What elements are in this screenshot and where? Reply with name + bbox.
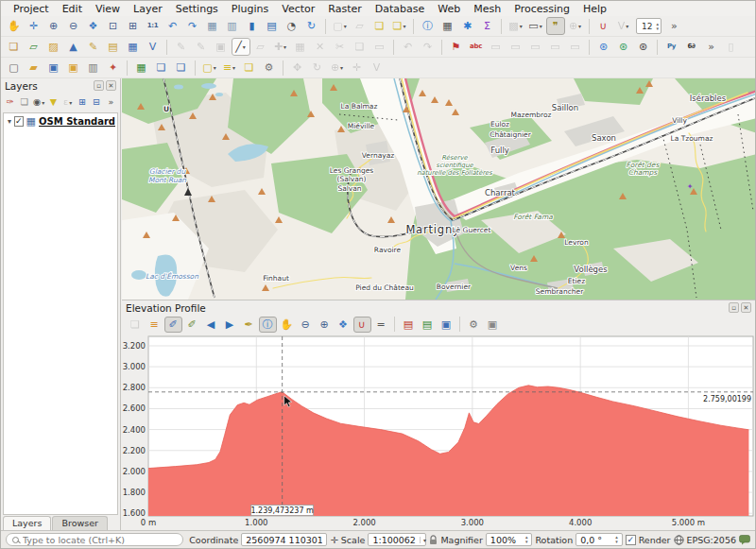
select-by-value-button[interactable]: ≡▾	[220, 59, 239, 77]
save-edits-button[interactable]: ▣	[212, 38, 231, 56]
options-wrench-button[interactable]: ⚙	[260, 59, 279, 77]
new-map-view-button[interactable]: ▦	[203, 17, 222, 35]
menu-edit[interactable]: Edit	[56, 3, 89, 15]
crs-globe-icon[interactable]	[674, 535, 684, 545]
menu-help[interactable]: Help	[576, 3, 613, 15]
coordinate-field[interactable]	[241, 533, 327, 546]
menu-view[interactable]: View	[89, 3, 127, 15]
open-attribute-table-button[interactable]: ▦	[438, 17, 457, 35]
show-statistics-button[interactable]: Σ	[478, 17, 497, 35]
zoom-last-button[interactable]: ↶	[163, 17, 182, 35]
undo-button[interactable]: ↶	[399, 38, 418, 56]
export-as-image-button[interactable]: ▤	[419, 317, 437, 333]
messages-icon[interactable]	[739, 535, 750, 545]
measure-profile-button[interactable]: =	[372, 317, 390, 333]
layer-visibility-checkbox[interactable]: ✓	[14, 116, 24, 127]
filter-by-expression-button[interactable]: ε▾	[61, 94, 75, 110]
dock-tab-layers[interactable]: Layers	[3, 516, 51, 530]
open-project-button[interactable]: ▰	[25, 59, 43, 77]
select-features-rect-button[interactable]: ▢▾	[200, 59, 219, 77]
current-edits-button[interactable]: ✎	[172, 38, 191, 56]
identify-profile-features-button[interactable]: ⓘ	[259, 317, 277, 333]
show-unplaced-labels-button[interactable]: abc	[467, 38, 486, 56]
render-checkbox[interactable]: ✓	[626, 535, 636, 545]
capture-curve-from-feature-button[interactable]: ✐	[183, 317, 201, 333]
clear-profile-button[interactable]: ✒	[240, 317, 258, 333]
move-feature-button[interactable]: ✥	[288, 59, 307, 77]
rotate-feature-button[interactable]: ↻	[308, 59, 327, 77]
vertex-tool-current-layer-button[interactable]: ✚▾	[271, 38, 290, 56]
menu-web[interactable]: Web	[431, 3, 467, 15]
python-console-button[interactable]: Py	[662, 38, 681, 56]
zoom-out-profile-button[interactable]: ⊖	[297, 317, 315, 333]
cut-features-button[interactable]: ✂	[331, 38, 350, 56]
manage-map-themes-button[interactable]: ◉▾	[32, 94, 45, 110]
menu-database[interactable]: Database	[369, 3, 432, 15]
zoom-native-button[interactable]: 1:1	[144, 17, 163, 35]
export-as-pdf-button[interactable]: ▤	[400, 317, 418, 333]
style-manager-button[interactable]: ✦	[104, 59, 123, 77]
add-vector-layer-button[interactable]: ▱	[25, 38, 43, 56]
dock-tab-browser[interactable]: Browser	[52, 516, 108, 530]
delete-selected-button[interactable]: ✕	[311, 38, 330, 56]
osm-place-search-button[interactable]: 6∂	[682, 38, 701, 56]
select-features-grey-button[interactable]: ▢▾	[331, 17, 350, 35]
pan-to-selection-button[interactable]: ✛	[25, 17, 43, 35]
menu-processing[interactable]: Processing	[507, 3, 576, 15]
new-print-layout-button[interactable]: ▦	[132, 59, 151, 77]
toolbar-extension-2-button[interactable]: »	[702, 38, 721, 56]
open-layer-styling-button[interactable]: ✑	[4, 94, 17, 110]
temporal-controller-button[interactable]: ◔	[283, 17, 301, 35]
save-project-button[interactable]: ▣	[44, 59, 63, 77]
vertex-tool-button[interactable]: V▾	[614, 17, 633, 35]
add-wms-service-button[interactable]: ⊛	[614, 38, 633, 56]
add-raster-layer-button[interactable]: ▨	[44, 38, 63, 56]
menu-project[interactable]: Project	[7, 3, 56, 15]
expand-all-button[interactable]: ⊞	[76, 94, 89, 110]
web-browser-globe-button[interactable]: ⊛	[634, 38, 653, 56]
change-label-properties-button[interactable]: ▭	[566, 38, 585, 56]
zoom-in-button[interactable]: ⊕	[44, 17, 63, 35]
add-wms-layer-button[interactable]: ▦	[124, 38, 143, 56]
elevation-chart-area[interactable]: 1.6001.8002.0002.2002.4002.6002.8003.000…	[122, 333, 755, 530]
spin-arrows-icon[interactable]: ▴▾	[525, 535, 528, 544]
elevation-panel-close-button[interactable]: ✕	[741, 302, 751, 313]
zoom-full-profile-button[interactable]: ❖	[335, 317, 352, 333]
layer-name[interactable]: OSM Standard	[39, 116, 115, 127]
scale-combo[interactable]: 1:100062 ▾	[368, 533, 426, 546]
vertex-helper-button[interactable]: V	[368, 59, 387, 77]
show-hide-labels-button[interactable]: ▭	[507, 38, 525, 56]
new-project-button[interactable]: ▢	[5, 59, 24, 77]
zoom-to-feature-button[interactable]: ⊕▾	[328, 59, 347, 77]
nudge-left-button[interactable]: ◀	[202, 317, 220, 333]
layers-panel-close-button[interactable]: ✕	[106, 80, 116, 91]
toolbar-extension-button[interactable]: »	[664, 17, 683, 35]
metasearch-button[interactable]: ⊛	[594, 38, 613, 56]
data-source-manager-button[interactable]: ❏	[5, 38, 24, 56]
new-3d-map-view-button[interactable]: ▥	[223, 17, 242, 35]
snapping-profile-button[interactable]: ∪	[353, 317, 371, 333]
zoom-to-layer-button[interactable]: ⊞	[124, 17, 143, 35]
map-canvas[interactable]: U✦ La BalmazMiévilleVernayazLes Granges(…	[122, 78, 755, 300]
digitize-with-segment-button[interactable]: ╱▾	[232, 38, 250, 56]
pan-profile-button[interactable]: ✋	[278, 317, 296, 333]
elevation-chart[interactable]: 1.6001.8002.0002.2002.4002.6002.8003.000…	[122, 333, 756, 533]
magnifier-field[interactable]: 100% ▴▾	[486, 533, 533, 546]
new-spatial-bookmark-button[interactable]: ⊕▾	[566, 17, 585, 35]
deselect-all-button[interactable]: ❏	[370, 17, 389, 35]
crs-label[interactable]: EPSG:2056	[687, 535, 737, 545]
add-wfs-layer-button[interactable]: V	[144, 38, 163, 56]
paste-features-button[interactable]: ▭	[370, 38, 389, 56]
dock-panel-button[interactable]: ▣	[484, 317, 502, 333]
layers-toolbar-extension-button[interactable]: »	[104, 94, 117, 110]
zoom-full-extent-button[interactable]: ❖	[84, 17, 103, 35]
menu-plugins[interactable]: Plugins	[225, 3, 275, 15]
refresh-map-button[interactable]: ↻	[302, 17, 321, 35]
menu-settings[interactable]: Settings	[169, 3, 225, 15]
identify-features-button[interactable]: ⓘ	[419, 17, 438, 35]
lock-scale-icon[interactable]	[429, 535, 438, 545]
rotation-field[interactable]: 0,0 ° ▴▾	[576, 533, 623, 546]
save-project-as-button[interactable]: ▣	[64, 59, 83, 77]
pin-unpin-labels-button[interactable]: ▭	[487, 38, 506, 56]
filter-legend-button[interactable]: ▼	[46, 94, 60, 110]
